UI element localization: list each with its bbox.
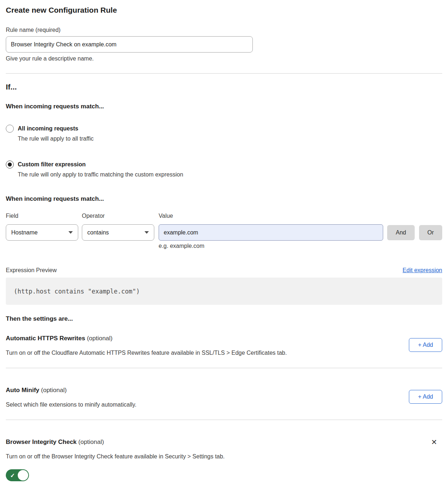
then-settings-heading: Then the settings are... — [6, 315, 442, 323]
value-hint: e.g. example.com — [159, 242, 383, 249]
setting-browser-integrity-check: Browser Integrity Check (optional) ✕ Tur… — [6, 438, 442, 481]
rule-name-label: Rule name (required) — [6, 26, 442, 33]
operator-label: Operator — [82, 212, 154, 219]
expression-preview-label: Expression Preview — [6, 267, 57, 274]
expression-preview-row: Expression Preview Edit expression — [6, 267, 442, 274]
page-title: Create new Configuration Rule — [6, 5, 442, 15]
and-button[interactable]: And — [387, 225, 415, 240]
setting-optional-label: (optional) — [41, 387, 67, 394]
close-icon[interactable]: ✕ — [431, 438, 437, 446]
edit-expression-link[interactable]: Edit expression — [403, 267, 442, 274]
expression-code-block: (http.host contains "example.com") — [6, 278, 442, 305]
chevron-down-icon — [145, 231, 149, 234]
setting-optional-label: (optional) — [87, 335, 113, 342]
setting-optional-label: (optional) — [78, 438, 104, 445]
radio-option-all-incoming-requests[interactable]: All incoming requests The rule will appl… — [6, 125, 442, 142]
setting-divider — [6, 420, 442, 420]
setting-divider — [6, 368, 442, 368]
setting-auto-minify: Auto Minify (optional) Select which file… — [6, 386, 442, 408]
or-button[interactable]: Or — [419, 225, 442, 240]
radio-option-description: The rule will only apply to traffic matc… — [18, 171, 183, 178]
builder-subheading: When incoming requests match... — [6, 195, 442, 203]
if-heading: If... — [6, 82, 442, 92]
section-divider — [6, 73, 442, 74]
setting-title: Automatic HTTPS Rewrites — [6, 335, 85, 342]
radio-selected-icon[interactable] — [6, 161, 14, 169]
rule-name-input[interactable] — [6, 36, 253, 53]
add-auto-minify-button[interactable]: + Add — [409, 390, 442, 404]
field-select-value: Hostname — [11, 229, 38, 236]
add-automatic-https-rewrites-button[interactable]: + Add — [409, 338, 442, 352]
operator-select[interactable]: contains — [82, 224, 154, 241]
setting-automatic-https-rewrites: Automatic HTTPS Rewrites (optional) Turn… — [6, 334, 442, 357]
radio-unselected-icon[interactable] — [6, 125, 14, 133]
value-label: Value — [159, 212, 383, 219]
radio-option-description: The rule will apply to all traffic — [18, 135, 94, 142]
chevron-down-icon — [68, 231, 73, 234]
rule-name-help: Give your rule a descriptive name. — [6, 55, 442, 62]
field-select[interactable]: Hostname — [6, 224, 78, 241]
radio-option-label: Custom filter expression — [18, 161, 183, 168]
setting-description: Turn on or off the Browser Integrity Che… — [6, 453, 442, 460]
setting-title: Auto Minify — [6, 387, 39, 394]
value-input[interactable] — [159, 224, 383, 241]
toggle-knob[interactable] — [18, 470, 28, 481]
expression-code: (http.host contains "example.com") — [14, 288, 140, 295]
expression-builder-row: Field Hostname Operator contains Value e… — [6, 212, 442, 249]
field-label: Field — [6, 212, 78, 219]
check-icon: ✓ — [10, 472, 15, 479]
create-configuration-rule-page: Create new Configuration Rule Rule name … — [0, 0, 448, 487]
operator-select-value: contains — [87, 229, 109, 236]
radio-option-label: All incoming requests — [18, 125, 94, 132]
setting-title: Browser Integrity Check — [6, 438, 77, 445]
radio-option-custom-filter-expression[interactable]: Custom filter expression The rule will o… — [6, 161, 442, 178]
setting-description: Turn on or off the Cloudflare Automatic … — [6, 349, 442, 357]
match-subheading: When incoming requests match... — [6, 103, 442, 111]
browser-integrity-check-toggle[interactable]: ✓ — [6, 469, 29, 481]
setting-description: Select which file extensions to minify a… — [6, 401, 442, 408]
